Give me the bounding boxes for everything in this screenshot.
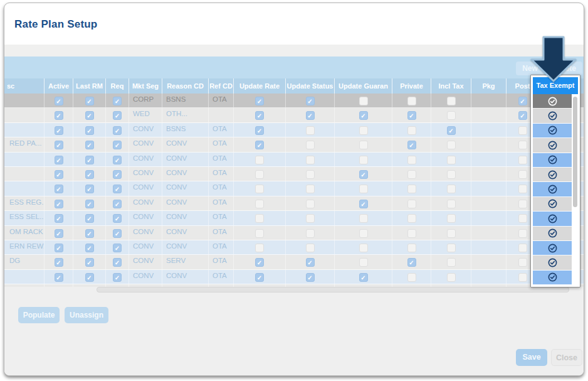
checkbox-update-rate[interactable]: ✓ xyxy=(255,111,264,120)
checkbox-update-guaran[interactable] xyxy=(359,229,368,238)
checkbox-last-rm[interactable]: ✓ xyxy=(85,244,94,252)
checkbox-update-guaran[interactable] xyxy=(359,214,368,223)
checkbox-incl-tax[interactable] xyxy=(447,229,456,238)
checkbox-last-rm[interactable]: ✓ xyxy=(85,273,94,282)
checkbox-incl-tax[interactable] xyxy=(447,185,456,193)
checkbox-post[interactable] xyxy=(518,126,527,135)
table-row[interactable]: ✓✓✓CONVCONVOTA✓ xyxy=(4,167,584,181)
column-header-pkg[interactable]: Pkg xyxy=(471,78,507,94)
checkbox-update-status[interactable]: ✓ xyxy=(306,258,315,267)
tax-exempt-cell[interactable] xyxy=(533,109,572,123)
checkbox-last-rm[interactable]: ✓ xyxy=(85,97,94,105)
table-row[interactable]: ✓✓✓WEDOTH...✓✓✓✓✓ xyxy=(4,108,584,122)
checkbox-last-rm[interactable]: ✓ xyxy=(85,214,94,223)
checkbox-update-guaran[interactable] xyxy=(359,126,368,135)
checkbox-update-rate[interactable] xyxy=(255,214,264,223)
checkbox-post[interactable] xyxy=(518,244,527,252)
checkbox-last-rm[interactable]: ✓ xyxy=(85,200,94,208)
checkbox-last-rm[interactable]: ✓ xyxy=(85,258,94,267)
tax-exempt-cell[interactable] xyxy=(533,255,572,270)
checkbox-private[interactable] xyxy=(407,200,416,208)
checkbox-update-status[interactable] xyxy=(306,200,315,208)
checkbox-post[interactable]: ✓ xyxy=(518,97,527,105)
checkbox-incl-tax[interactable]: ✓ xyxy=(447,126,456,135)
checkbox-incl-tax[interactable] xyxy=(447,156,456,164)
checkbox-incl-tax[interactable] xyxy=(447,111,456,120)
column-header-update-rate[interactable]: Update Rate xyxy=(234,78,286,94)
checkbox-active[interactable]: ✓ xyxy=(55,126,63,135)
checkbox-update-guaran[interactable] xyxy=(359,156,368,164)
tax-exempt-cell[interactable] xyxy=(533,182,572,196)
unassign-button[interactable]: Unassign xyxy=(65,307,108,323)
checkbox-update-status[interactable] xyxy=(306,214,315,223)
checkbox-update-guaran[interactable]: ✓ xyxy=(359,111,368,120)
checkbox-active[interactable]: ✓ xyxy=(55,156,63,164)
checkbox-req[interactable]: ✓ xyxy=(113,200,122,208)
checkbox-active[interactable]: ✓ xyxy=(55,170,63,179)
checkbox-update-rate[interactable]: ✓ xyxy=(255,141,264,149)
tax-exempt-cell[interactable] xyxy=(533,168,572,182)
checkbox-active[interactable]: ✓ xyxy=(55,97,63,105)
checkbox-active[interactable]: ✓ xyxy=(55,200,63,208)
checkbox-private[interactable]: ✓ xyxy=(407,141,416,149)
checkbox-last-rm[interactable]: ✓ xyxy=(85,156,94,164)
checkbox-private[interactable] xyxy=(407,185,416,193)
checkbox-last-rm[interactable]: ✓ xyxy=(85,141,94,149)
checkbox-update-status[interactable] xyxy=(306,185,315,193)
checkbox-update-status[interactable] xyxy=(306,229,315,238)
checkbox-post[interactable]: ✓ xyxy=(518,111,527,120)
checkbox-update-guaran[interactable]: ✓ xyxy=(359,273,368,282)
table-row[interactable]: ✓✓✓CONVBSNSOTA✓✓ xyxy=(4,123,584,137)
checkbox-incl-tax[interactable] xyxy=(447,141,456,149)
checkbox-post[interactable] xyxy=(518,258,527,267)
checkbox-update-status[interactable] xyxy=(306,126,315,135)
column-header-active[interactable]: Active xyxy=(45,78,73,94)
column-header-req[interactable]: Req xyxy=(106,78,129,94)
checkbox-req[interactable]: ✓ xyxy=(113,273,122,282)
close-button[interactable]: Close xyxy=(551,349,582,366)
checkbox-update-guaran[interactable] xyxy=(359,244,368,252)
checkbox-update-guaran[interactable] xyxy=(359,97,368,105)
vertical-scrollbar[interactable] xyxy=(573,97,577,207)
checkbox-private[interactable] xyxy=(407,156,416,164)
checkbox-incl-tax[interactable] xyxy=(447,258,456,267)
checkbox-update-guaran[interactable] xyxy=(359,185,368,193)
tax-exempt-cell[interactable] xyxy=(533,241,572,255)
checkbox-req[interactable]: ✓ xyxy=(113,258,122,267)
checkbox-update-rate[interactable]: ✓ xyxy=(255,126,264,135)
tax-exempt-cell[interactable] xyxy=(533,227,572,241)
checkbox-post[interactable] xyxy=(518,141,527,149)
checkbox-last-rm[interactable]: ✓ xyxy=(85,126,94,135)
checkbox-update-status[interactable]: ✓ xyxy=(306,273,315,282)
checkbox-incl-tax[interactable] xyxy=(447,244,456,252)
checkbox-update-status[interactable] xyxy=(306,244,315,252)
table-row[interactable]: ERN REW...✓✓✓CONVCONVOTA xyxy=(4,240,584,255)
checkbox-update-status[interactable] xyxy=(306,156,315,164)
checkbox-update-guaran[interactable]: ✓ xyxy=(359,200,368,208)
checkbox-incl-tax[interactable] xyxy=(447,97,456,105)
checkbox-post[interactable] xyxy=(518,229,527,238)
checkbox-private[interactable] xyxy=(407,244,416,252)
column-header-update-status[interactable]: Update Status xyxy=(286,78,335,94)
checkbox-private[interactable] xyxy=(407,97,416,105)
table-row[interactable]: ✓✓✓CONVCONVOTA xyxy=(4,153,584,167)
checkbox-post[interactable] xyxy=(518,200,527,208)
checkbox-req[interactable]: ✓ xyxy=(113,141,122,149)
checkbox-update-rate[interactable] xyxy=(255,229,264,238)
tax-exempt-cell[interactable] xyxy=(533,138,572,153)
checkbox-update-guaran[interactable] xyxy=(359,141,368,149)
table-row[interactable]: DG✓✓✓CONVSERVOTA✓✓✓ xyxy=(4,255,584,269)
checkbox-active[interactable]: ✓ xyxy=(55,185,63,193)
checkbox-incl-tax[interactable] xyxy=(447,273,456,282)
checkbox-update-status[interactable]: ✓ xyxy=(306,97,315,105)
checkbox-incl-tax[interactable] xyxy=(447,200,456,208)
tax-exempt-cell[interactable] xyxy=(533,212,572,226)
checkbox-update-status[interactable]: ✓ xyxy=(306,111,315,120)
checkbox-update-status[interactable] xyxy=(306,170,315,179)
populate-button[interactable]: Populate xyxy=(18,307,60,323)
checkbox-incl-tax[interactable] xyxy=(447,170,456,179)
checkbox-update-rate[interactable] xyxy=(255,244,264,252)
checkbox-active[interactable]: ✓ xyxy=(55,273,63,282)
checkbox-req[interactable]: ✓ xyxy=(113,229,122,238)
checkbox-last-rm[interactable]: ✓ xyxy=(85,111,94,120)
